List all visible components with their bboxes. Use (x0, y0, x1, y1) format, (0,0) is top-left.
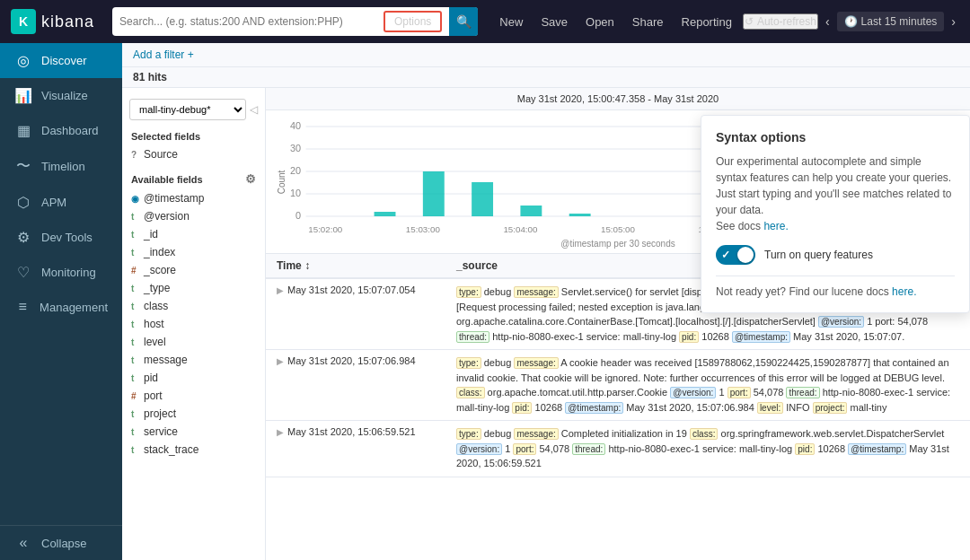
field-type-hash: # (131, 266, 138, 276)
collapse-panel-icon[interactable]: ◁ (250, 103, 258, 116)
main-content: mall-tiny-debug* ◁ Selected fields ? Sou… (122, 88, 970, 560)
sidebar-collapse-button[interactable]: « Collapse (0, 525, 122, 560)
index-dropdown[interactable]: mall-tiny-debug* (129, 99, 246, 120)
svg-rect-14 (520, 206, 542, 216)
field-name: _index (144, 246, 175, 258)
sidebar-item-dashboard[interactable]: ▦ Dashboard (0, 113, 122, 148)
open-button[interactable]: Open (578, 12, 622, 32)
table-row[interactable]: ▶ May 31st 2020, 15:07:06.984 type: debu… (266, 350, 970, 421)
row-source: type: debug message: A cookie header was… (456, 355, 959, 415)
svg-rect-15 (569, 214, 591, 216)
sidebar-item-timelion[interactable]: 〜 Timelion (0, 148, 122, 185)
field-item-pid[interactable]: t pid (122, 369, 265, 387)
add-filter-button[interactable]: Add a filter + (133, 48, 194, 61)
field-item-port[interactable]: # port (122, 387, 265, 405)
field-type-t: t (131, 319, 138, 329)
sidebar-item-label: Monitoring (41, 266, 96, 279)
field-name: class (144, 300, 168, 312)
row-time: ▶ May 31st 2020, 15:07:07.054 (277, 284, 456, 295)
chart-date-range: May 31st 2020, 15:00:47.358 - May 31st 2… (517, 93, 719, 104)
expand-arrow[interactable]: ▶ (277, 427, 284, 437)
chart-header: May 31st 2020, 15:00:47.358 - May 31st 2… (266, 88, 970, 110)
field-item-id[interactable]: t _id (122, 225, 265, 243)
time-picker[interactable]: 🕐 Last 15 minutes (837, 12, 945, 31)
sidebar-item-devtools[interactable]: ⚙ Dev Tools (0, 220, 122, 255)
field-item-score[interactable]: # _score (122, 261, 265, 279)
clock-icon: 🕐 (844, 15, 858, 28)
field-item-version[interactable]: t @version (122, 207, 265, 225)
svg-text:15:04:00: 15:04:00 (503, 224, 537, 234)
svg-text:15:03:00: 15:03:00 (406, 224, 440, 234)
source-ts-val: May 31st 2020, 15:07:07. (793, 331, 904, 342)
toggle-knob (737, 247, 754, 263)
field-type-icon: ? (131, 150, 138, 160)
popup-description: Our experimental autocomplete and simple… (716, 153, 955, 234)
sidebar-item-label: APM (41, 196, 66, 209)
sidebar-item-label: Dev Tools (41, 231, 93, 244)
field-item-level[interactable]: t level (122, 333, 265, 351)
docs-link[interactable]: here. (763, 220, 788, 232)
field-item-stack-trace[interactable]: t stack_trace (122, 441, 265, 459)
management-icon: ≡ (14, 299, 31, 315)
sidebar-item-label: Visualize (41, 89, 88, 102)
source-type: type: debug (456, 286, 514, 297)
save-button[interactable]: Save (534, 12, 575, 32)
sidebar-item-visualize[interactable]: 📊 Visualize (0, 78, 122, 113)
source-ts: @timestamp: (732, 331, 790, 343)
field-item-service[interactable]: t service (122, 423, 265, 441)
gear-icon[interactable]: ⚙ (245, 172, 256, 186)
field-name: host (144, 318, 164, 330)
available-fields-title: Available fields ⚙ (122, 169, 265, 189)
tools-icon: ⚙ (14, 229, 32, 246)
field-item-message[interactable]: t message (122, 351, 265, 369)
field-item-host[interactable]: t host (122, 315, 265, 333)
filter-bar: Add a filter + (122, 43, 970, 67)
collapse-icon: « (14, 535, 32, 551)
col-time-header: Time ↕ (277, 259, 456, 272)
field-item-type[interactable]: t _type (122, 279, 265, 297)
search-bar-wrapper: Options 🔍 (112, 7, 478, 36)
field-type-t: t (131, 248, 138, 258)
options-button[interactable]: Options (384, 11, 442, 32)
search-button[interactable]: 🔍 (449, 7, 478, 36)
sidebar-item-monitoring[interactable]: ♡ Monitoring (0, 255, 122, 290)
sidebar-item-apm[interactable]: ⬡ APM (0, 185, 122, 220)
refresh-icon: ↺ (745, 15, 754, 28)
reporting-button[interactable]: Reporting (675, 12, 739, 32)
lucene-docs-link[interactable]: here. (892, 285, 916, 298)
top-bar: K kibana Options 🔍 New Save Open Share R… (0, 0, 970, 43)
sidebar-item-label: Collapse (41, 537, 87, 550)
time-next-button[interactable]: › (948, 11, 959, 32)
time-prev-button[interactable]: ‹ (822, 11, 833, 32)
field-item-timestamp[interactable]: ◉ @timestamp (122, 189, 265, 207)
query-toggle[interactable]: ✓ (716, 245, 755, 265)
svg-text:30: 30 (290, 144, 301, 153)
field-name: _type (144, 282, 170, 294)
auto-refresh-button[interactable]: ↺ Auto-refresh (743, 13, 818, 30)
expand-arrow[interactable]: ▶ (277, 285, 284, 295)
field-name: level (144, 336, 166, 348)
field-item-index[interactable]: t _index (122, 243, 265, 261)
field-item-project[interactable]: t project (122, 405, 265, 423)
selected-field-source[interactable]: ? Source (122, 145, 265, 163)
toggle-row: ✓ Turn on query features (716, 245, 955, 265)
search-input[interactable] (119, 15, 380, 28)
sidebar-item-discover[interactable]: ◎ Discover (0, 43, 122, 78)
toggle-label: Turn on query features (764, 249, 873, 261)
time-label: Last 15 minutes (861, 15, 938, 28)
expand-arrow[interactable]: ▶ (277, 356, 284, 366)
field-name: pid (144, 372, 158, 384)
chart-y-label: Count (277, 170, 287, 194)
sidebar-item-management[interactable]: ≡ Management (0, 290, 122, 324)
field-name: _id (144, 228, 158, 241)
field-type-t: t (131, 445, 138, 455)
table-row[interactable]: ▶ May 31st 2020, 15:06:59.521 type: debu… (266, 421, 970, 477)
share-button[interactable]: Share (625, 12, 671, 32)
toggle-check-icon: ✓ (721, 249, 730, 261)
compass-icon: ◎ (14, 52, 32, 69)
timestamp: May 31st 2020, 15:07:06.984 (287, 355, 416, 366)
new-button[interactable]: New (492, 12, 530, 32)
field-item-class[interactable]: t class (122, 297, 265, 315)
row-source: type: debug message: Completed initializ… (456, 426, 959, 471)
svg-text:20: 20 (290, 166, 301, 176)
